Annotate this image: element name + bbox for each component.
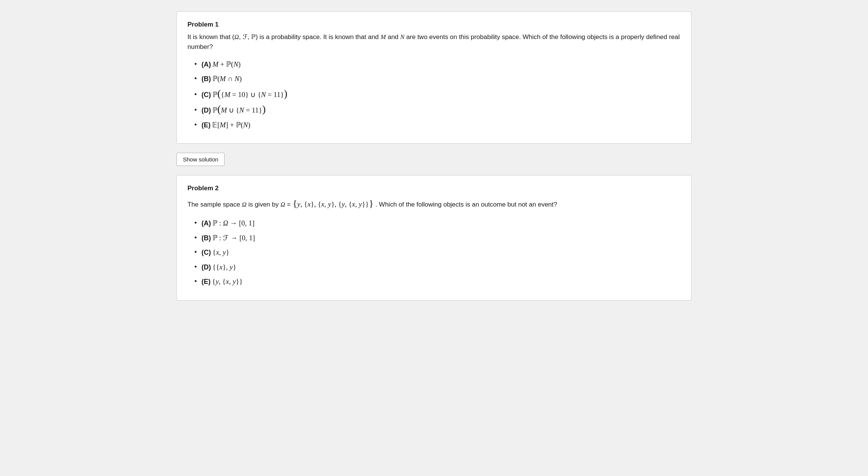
- option-1a-label: (A): [201, 60, 211, 70]
- problem-2-text: The sample space Ω is given by Ω = {y, {…: [187, 196, 681, 211]
- problem-2-title: Problem 2: [187, 185, 681, 192]
- option-1d-math: ℙ(M ∪ {N = 11}): [212, 104, 265, 116]
- problem-2-options: (A) ℙ : Ω → [0, 1] (B) ℙ : ℱ → [0, 1] (C…: [194, 218, 681, 287]
- problem-1-text: It is known that (Ω, ℱ, ℙ) is a probabil…: [187, 32, 681, 52]
- option-2e-label: (E): [201, 277, 211, 287]
- option-1b: (B) ℙ(M ∩ N): [194, 74, 681, 85]
- show-solution-button[interactable]: Show solution: [176, 153, 225, 166]
- option-2c-math: {x, y}: [212, 247, 229, 258]
- option-1e: (E) 𝔼[M] + ℙ(N): [194, 120, 681, 131]
- option-2d-label: (D): [201, 262, 211, 272]
- problem-1-number: 1: [215, 21, 219, 28]
- option-2b-label: (B): [201, 233, 211, 243]
- option-1a-math: M + ℙ(N): [212, 59, 240, 70]
- option-1c-math: ℙ({M = 10} ∪ {N = 11}): [212, 88, 287, 100]
- option-2e-math: {y, {x, y}}: [212, 276, 243, 287]
- option-1d-label: (D): [201, 105, 211, 116]
- problem-2-number: 2: [215, 185, 219, 192]
- option-2a-label: (A): [201, 218, 211, 229]
- option-1c: (C) ℙ({M = 10} ∪ {N = 11}): [194, 88, 681, 100]
- option-1e-math: 𝔼[M] + ℙ(N): [212, 120, 250, 131]
- problem-1-title: Problem 1: [187, 21, 681, 28]
- problem-1-title-text: Problem: [187, 21, 213, 28]
- option-2c: (C) {x, y}: [194, 247, 681, 258]
- problem-1-box: Problem 1 It is known that (Ω, ℱ, ℙ) is …: [176, 11, 692, 144]
- option-1b-label: (B): [201, 74, 211, 84]
- option-1c-label: (C): [201, 90, 211, 100]
- option-1e-label: (E): [201, 120, 211, 130]
- option-2a-math: ℙ : Ω → [0, 1]: [212, 218, 254, 229]
- problem-1-options: (A) M + ℙ(N) (B) ℙ(M ∩ N) (C) ℙ({M = 10}…: [194, 59, 681, 131]
- option-1d: (D) ℙ(M ∪ {N = 11}): [194, 104, 681, 116]
- problem-2-title-text: Problem: [187, 185, 213, 192]
- option-1a: (A) M + ℙ(N): [194, 59, 681, 70]
- problem-2-set: {y, {x}, {x, y}, {y, {x, y}}}: [292, 200, 375, 208]
- option-2b-math: ℙ : ℱ → [0, 1]: [212, 233, 255, 244]
- option-2b: (B) ℙ : ℱ → [0, 1]: [194, 233, 681, 244]
- page-container: Problem 1 It is known that (Ω, ℱ, ℙ) is …: [169, 8, 699, 313]
- option-2c-label: (C): [201, 247, 211, 258]
- option-2d: (D) {{x}, y}: [194, 262, 681, 273]
- option-2a: (A) ℙ : Ω → [0, 1]: [194, 218, 681, 229]
- option-2d-math: {{x}, y}: [212, 262, 236, 273]
- option-1b-math: ℙ(M ∩ N): [212, 74, 242, 85]
- problem-2-box: Problem 2 The sample space Ω is given by…: [176, 175, 692, 301]
- option-2e: (E) {y, {x, y}}: [194, 276, 681, 287]
